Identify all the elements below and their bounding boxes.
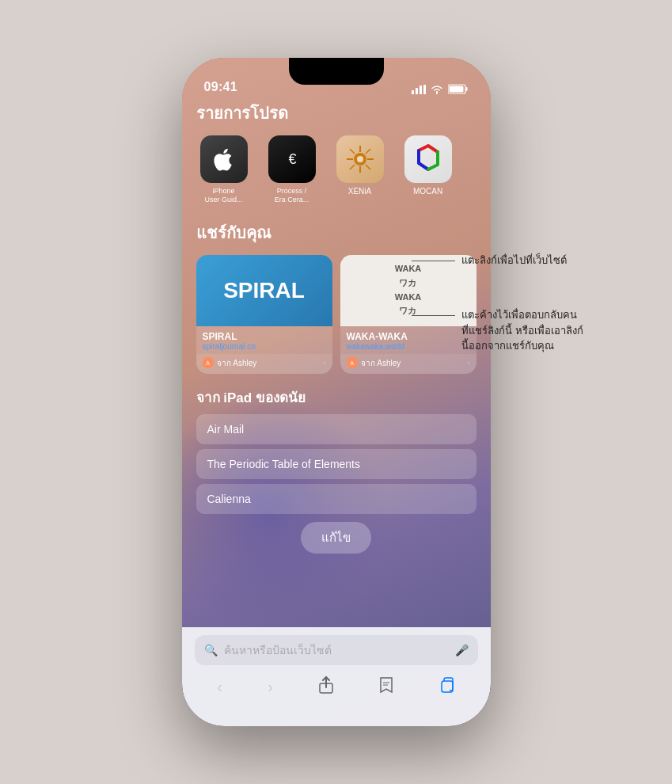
list-item-airmail-label: Air Mail: [207, 423, 245, 436]
search-icon: 🔍: [204, 644, 218, 657]
waka-from-label: จาก Ashley: [361, 357, 401, 369]
apps-grid: iPhoneUser Guid... € Process /Era Cera..…: [196, 135, 476, 204]
spiral-card-image: SPIRAL: [196, 255, 332, 326]
svg-rect-5: [465, 87, 467, 91]
mic-icon[interactable]: 🎤: [455, 644, 469, 657]
signal-icon: [412, 85, 426, 94]
callout-line-1: [412, 261, 455, 261]
share-title: แชร์กับคุณ: [196, 220, 476, 245]
callout-area: แตะลิงก์เพื่อไปที่เว็บไซต์ แตะค้างไว้เพื…: [412, 253, 583, 354]
status-time: 09:41: [204, 80, 237, 94]
ipad-title: จาก iPad ของดนัย: [196, 386, 476, 408]
process-text: €: [288, 151, 294, 168]
svg-line-15: [366, 149, 370, 154]
ipad-section: จาก iPad ของดนัย Air Mail The Periodic T…: [196, 386, 476, 514]
list-item-airmail[interactable]: Air Mail: [196, 414, 476, 444]
status-icons: [412, 84, 469, 94]
app-icon-apple: [200, 135, 248, 183]
app-item-mocan[interactable]: MOCAN: [401, 135, 456, 204]
spiral-card-title: SPIRAL: [203, 331, 326, 342]
app-label-xenia: XENiA: [348, 187, 371, 196]
waka-chevron-icon: ›: [468, 360, 470, 367]
waka-card-from[interactable]: A จาก Ashley ›: [340, 354, 476, 374]
app-icon-mocan: [404, 135, 452, 183]
list-item-periodic-label: The Periodic Table of Elements: [207, 458, 361, 470]
battery-icon: [448, 84, 469, 94]
wifi-icon: [431, 85, 443, 94]
edit-button-container: แก้ไข: [196, 522, 476, 554]
edit-button[interactable]: แก้ไข: [301, 522, 371, 554]
app-item-apple[interactable]: iPhoneUser Guid...: [196, 135, 252, 204]
callout-text-hold: แตะค้างไว้เพื่อตอบกลับคนที่แชร์ลิงก์นี้ …: [461, 307, 583, 354]
list-item-calienna-label: Calienna: [207, 493, 251, 505]
svg-line-14: [366, 165, 370, 169]
ipad-bold: iPad: [223, 390, 252, 405]
back-button[interactable]: ‹: [209, 675, 230, 699]
search-placeholder: ค้นหาหรือป้อนเว็บไซต์: [224, 641, 449, 659]
app-icon-process: €: [268, 135, 316, 183]
callout-hold-container: แตะค้างไว้เพื่อตอบกลับคนที่แชร์ลิงก์นี้ …: [412, 307, 583, 354]
svg-rect-6: [449, 86, 463, 93]
callout-link-container: แตะลิงก์เพื่อไปที่เว็บไซต์: [412, 253, 583, 268]
notch: [289, 58, 384, 85]
bookmarks-button[interactable]: [371, 673, 401, 701]
spiral-from-avatar: A: [203, 357, 214, 368]
list-item-periodic[interactable]: The Periodic Table of Elements: [196, 449, 476, 479]
shared-card-spiral[interactable]: SPIRAL SPIRAL spiraljournal.co A จาก Ash…: [196, 255, 332, 374]
tabs-button[interactable]: [431, 674, 463, 700]
callout-text-link: แตะลิงก์เพื่อไปที่เว็บไซต์: [461, 253, 567, 268]
svg-rect-0: [412, 90, 414, 94]
app-label-apple: iPhoneUser Guid...: [204, 187, 242, 204]
favorites-section: รายการโปรด iPhoneUser Guid...: [196, 101, 476, 204]
svg-line-16: [350, 165, 355, 169]
spiral-card-info: SPIRAL spiraljournal.co: [196, 326, 332, 352]
app-item-process[interactable]: € Process /Era Cera...: [264, 135, 320, 204]
favorites-title: รายการโปรด: [196, 101, 476, 126]
waka-from-avatar: A: [347, 357, 358, 368]
spiral-card-url: spiraljournal.co: [203, 342, 326, 351]
list-item-calienna[interactable]: Calienna: [196, 484, 476, 514]
callout-line-2: [412, 315, 455, 316]
svg-rect-3: [423, 85, 426, 94]
svg-rect-1: [416, 88, 418, 94]
ipad-title-suffix: ของดนัย: [256, 390, 306, 405]
app-label-process: Process /Era Cera...: [275, 187, 309, 204]
ipad-title-prefix: จาก: [196, 390, 220, 405]
svg-point-8: [357, 156, 363, 162]
nav-bar: ‹ ›: [195, 673, 478, 701]
spiral-chevron-icon: ›: [324, 360, 326, 367]
forward-button[interactable]: ›: [260, 675, 281, 699]
share-button[interactable]: [310, 673, 342, 701]
bottom-bar: 🔍 ค้นหาหรือป้อนเว็บไซต์ 🎤 ‹ ›: [182, 627, 491, 726]
phone-frame: 09:41: [182, 58, 491, 726]
spiral-card-from[interactable]: A จาก Ashley ›: [196, 354, 332, 374]
spiral-from-label: จาก Ashley: [217, 357, 257, 369]
search-bar[interactable]: 🔍 ค้นหาหรือป้อนเว็บไซต์ 🎤: [195, 635, 478, 665]
app-item-xenia[interactable]: XENiA: [332, 135, 388, 204]
app-icon-xenia: [336, 135, 384, 183]
svg-rect-2: [420, 86, 422, 94]
svg-line-13: [350, 149, 355, 154]
app-label-mocan: MOCAN: [413, 187, 442, 196]
